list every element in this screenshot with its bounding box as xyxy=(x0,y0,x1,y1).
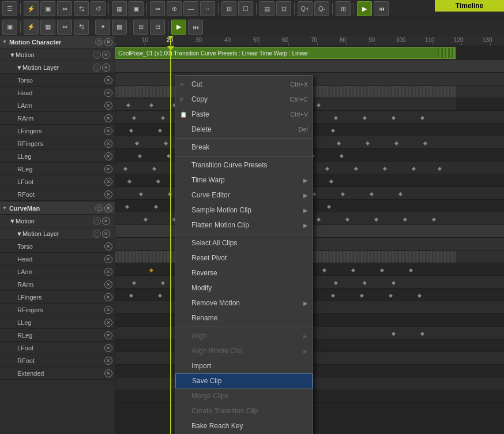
rfoot2-close[interactable]: ✕ xyxy=(104,357,112,365)
torso1-close[interactable]: ✕ xyxy=(104,76,112,84)
tb2-sep4 xyxy=(168,21,168,33)
menu-time-warp[interactable]: Time Warp ▶ xyxy=(175,173,313,188)
tb-btn-dots[interactable]: ⊡ xyxy=(276,1,291,16)
ml1-collapse[interactable]: ◌ xyxy=(93,63,101,72)
tb-btn-record[interactable]: ▣ xyxy=(40,1,55,16)
tick-110: 110 xyxy=(425,37,435,43)
tb-btn-move4[interactable]: ↔ xyxy=(200,1,215,16)
subgroup-motion-layer-2[interactable]: ▼ Motion Layer ◌ ✕ xyxy=(0,227,115,240)
tick-90: 90 xyxy=(368,37,375,43)
tb2-btn-play2[interactable]: ▶ xyxy=(171,20,186,35)
mc-collapse-btn[interactable]: ◌ xyxy=(95,38,103,46)
larm2-close[interactable]: ✕ xyxy=(104,268,112,276)
motion2-collapse[interactable]: ◌ xyxy=(93,217,101,225)
menu-sample-motion-clip[interactable]: Sample Motion Clip ▶ xyxy=(175,203,313,218)
motion-layer-label-1: Motion Layer xyxy=(22,64,93,71)
lfingers1-close[interactable]: ✕ xyxy=(104,127,112,135)
tb-btn-add[interactable]: ⊞ xyxy=(221,1,236,16)
tb2-btn2[interactable]: ⚡ xyxy=(24,20,39,35)
tb-btn-grid[interactable]: ▤ xyxy=(259,1,274,16)
tb2-btn6[interactable]: ✦ xyxy=(95,20,110,35)
tb-btn-view1[interactable]: ▦ xyxy=(112,1,127,16)
subgroup-motion-2[interactable]: ▼ Motion ◌ ✕ xyxy=(0,215,115,227)
tb-btn-move3[interactable]: — xyxy=(183,1,198,16)
tb2-btn5[interactable]: ⇆ xyxy=(74,20,89,35)
leaf-extended-2: Extended✕ xyxy=(0,367,115,380)
menu-reverse[interactable]: Reverse xyxy=(175,265,313,280)
ml2-collapse[interactable]: ◌ xyxy=(93,230,101,238)
ml1-close[interactable]: ✕ xyxy=(102,63,110,72)
lfoot1-close[interactable]: ✕ xyxy=(104,178,112,186)
menu-modify[interactable]: Modify xyxy=(175,280,313,295)
head2-close[interactable]: ✕ xyxy=(104,255,112,263)
tb-btn-zoom-out[interactable]: Q- xyxy=(314,1,329,16)
tb2-btn7[interactable]: ▩ xyxy=(112,20,127,35)
tb2-btn9[interactable]: ⊟ xyxy=(150,20,165,35)
motion2-close[interactable]: ✕ xyxy=(102,217,110,225)
tb-btn-move2[interactable]: ⊕ xyxy=(167,1,182,16)
rarm1-close[interactable]: ✕ xyxy=(104,114,112,122)
lfingers2-close[interactable]: ✕ xyxy=(104,293,112,301)
tb-btn-remove[interactable]: ☐ xyxy=(238,1,253,16)
group-motion-character[interactable]: ▼ Motion Character ◌ ✕ xyxy=(0,36,115,48)
rfingers1-close[interactable]: ✕ xyxy=(104,140,112,148)
tb2-btn-rewind2[interactable]: ⏮ xyxy=(188,20,203,35)
tb-btn-move1[interactable]: ⇒ xyxy=(150,1,165,16)
rfingers2-close[interactable]: ✕ xyxy=(104,306,112,314)
tb-sep-2 xyxy=(108,3,109,14)
extended2-close[interactable]: ✕ xyxy=(104,369,112,377)
subgroup-motion-1[interactable]: ▼ Motion ◌ ✕ xyxy=(0,48,115,61)
menu-transition-curve-presets[interactable]: Transition Curve Presets xyxy=(175,158,313,173)
tb-btn-snap[interactable]: ⇔ xyxy=(57,1,72,16)
head1-close[interactable]: ✕ xyxy=(104,89,112,97)
menu-curve-editor[interactable]: Curve Editor ▶ xyxy=(175,188,313,203)
motion1-close[interactable]: ✕ xyxy=(102,51,110,59)
tb-btn-zoom-in[interactable]: Q+ xyxy=(298,1,313,16)
menu-rename[interactable]: Rename xyxy=(175,310,313,326)
rleg2-close[interactable]: ✕ xyxy=(104,331,112,339)
cm-close-btn[interactable]: ✕ xyxy=(104,204,112,212)
torso2-close[interactable]: ✕ xyxy=(104,242,112,250)
menu-import[interactable]: Import xyxy=(175,358,313,373)
group-curveman[interactable]: ▼ CurveMan ◌ ✕ xyxy=(0,202,115,215)
leaf-larm-1: LArm✕ xyxy=(0,99,115,112)
mc-close-btn[interactable]: ✕ xyxy=(104,38,112,46)
menu-select-all-clips[interactable]: Select All Clips xyxy=(175,235,313,250)
menu-reset-pivot[interactable]: Reset Pivot xyxy=(175,250,313,265)
motion1-collapse[interactable]: ◌ xyxy=(93,51,101,59)
larm1-close[interactable]: ✕ xyxy=(104,102,112,110)
menu-bake-reach-key[interactable]: Bake Reach Key xyxy=(175,418,313,433)
menu-delete[interactable]: Delete Del xyxy=(175,122,313,137)
menu-copy[interactable]: ⎘ Copy Ctrl+C xyxy=(175,92,313,107)
motion-label-2: Motion xyxy=(16,218,93,225)
lleg1-close[interactable]: ✕ xyxy=(104,152,112,160)
subgroup-motion-layer-1[interactable]: ▼ Motion Layer ◌ ✕ xyxy=(0,61,115,74)
tb-btn-timeline[interactable]: ⚡ xyxy=(24,1,39,16)
awc-arrow: ▶ xyxy=(303,348,308,354)
tb2-btn3[interactable]: ▦ xyxy=(40,20,55,35)
rleg1-close[interactable]: ✕ xyxy=(104,165,112,173)
lleg2-close[interactable]: ✕ xyxy=(104,319,112,327)
tb2-btn1[interactable]: ▣ xyxy=(2,20,17,35)
tb-btn-rewind[interactable]: ⏮ xyxy=(374,1,389,16)
tb-btn-play[interactable]: ▶ xyxy=(357,1,372,16)
menu-flatten-motion-clip[interactable]: Flatten Motion Clip ▶ xyxy=(175,218,313,233)
rarm2-close[interactable]: ✕ xyxy=(104,280,112,289)
tb-btn-view2[interactable]: ▣ xyxy=(129,1,144,16)
tb-btn-undo[interactable]: ↺ xyxy=(91,1,106,16)
ml2-close[interactable]: ✕ xyxy=(102,230,110,238)
rfoot1-close[interactable]: ✕ xyxy=(104,190,112,199)
clip-bar[interactable]: CoolPose_01 (x1.00) Transition Curve Pre… xyxy=(115,47,456,59)
tb-btn-link[interactable]: ⇆ xyxy=(74,1,89,16)
menu-break[interactable]: Break xyxy=(175,140,313,155)
tb2-btn8[interactable]: ⊞ xyxy=(133,20,148,35)
menu-paste[interactable]: 📋 Paste Ctrl+V xyxy=(175,107,313,122)
menu-save-clip[interactable]: Save Clip xyxy=(175,373,313,388)
lfoot2-close[interactable]: ✕ xyxy=(104,344,112,352)
menu-remove-motion[interactable]: Remove Motion ▶ xyxy=(175,295,313,310)
tb-btn-fullscreen[interactable]: ⊞ xyxy=(336,1,351,16)
tb-btn-menu[interactable]: ☰ xyxy=(2,1,17,16)
menu-cut[interactable]: ✂ Cut Ctrl+X xyxy=(175,77,313,92)
cm-collapse-btn[interactable]: ◌ xyxy=(95,204,103,212)
tb2-btn4[interactable]: ⇔ xyxy=(57,20,72,35)
